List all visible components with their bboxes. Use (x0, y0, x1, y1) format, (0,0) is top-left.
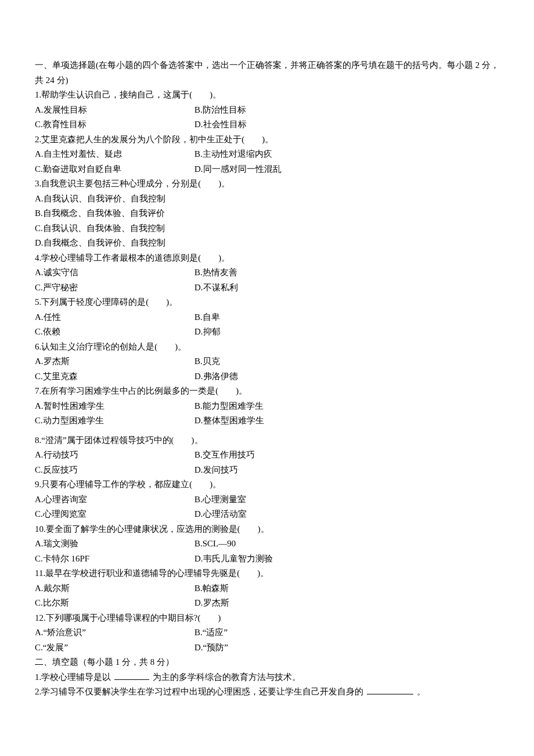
q3-option-b: B.自我概念、自我体验、自我评价 (35, 206, 499, 221)
q6-option-b: B.贝克 (194, 354, 499, 369)
q11-option-b: B.帕森斯 (194, 581, 499, 596)
q1-option-a: A.发展性目标 (35, 103, 194, 118)
q9-option-d: D.心理活动室 (194, 507, 499, 522)
q5-option-c: C.依赖 (35, 325, 194, 340)
q10-option-d: D.韦氏儿童智力测验 (194, 552, 499, 567)
fill-q1-pre: 1.学校心理辅导是以 (35, 672, 111, 682)
q10-option-b: B.SCL—90 (194, 537, 499, 552)
q5-option-a: A.任性 (35, 310, 194, 325)
q8-row-ab: A.行动技巧 B.交互作用技巧 (35, 448, 499, 463)
q4-row-ab: A.诚实守信 B.热情友善 (35, 265, 499, 280)
q9-option-a: A.心理咨询室 (35, 492, 194, 507)
q2-row-cd: C.勤奋进取对自贬自卑 D.同一感对同一性混乱 (35, 162, 499, 177)
fill-q2-post: 。 (417, 687, 425, 696)
q12-option-d: D.“预防” (194, 640, 499, 656)
q7-row-ab: A.暂时性困难学生 B.能力型困难学生 (35, 399, 499, 414)
q1-option-b: B.防治性目标 (194, 103, 499, 118)
q8-row-cd: C.反应技巧 D.发问技巧 (35, 463, 499, 478)
section1-header-line2: 共 24 分) (35, 73, 499, 88)
q10-option-c: C.卡特尔 16PF (35, 552, 194, 567)
q4-row-cd: C.严守秘密 D.不谋私利 (35, 280, 499, 296)
q1-stem: 1.帮助学生认识自己，接纳自己，这属于( )。 (35, 88, 499, 103)
q3-option-a: A.自我认识、自我评价、自我控制 (35, 192, 499, 207)
q1-row-cd: C.教育性目标 D.社会性目标 (35, 117, 499, 132)
q7-option-a: A.暂时性困难学生 (35, 399, 194, 414)
q4-stem: 4.学校心理辅导工作者最根本的道德原则是( )。 (35, 251, 499, 266)
q2-option-a: A.自主性对羞怯、疑虑 (35, 147, 194, 162)
section1-header-line1: 一、单项选择题(在每小题的四个备选答案中，选出一个正确答案，并将正确答案的序号填… (35, 58, 499, 73)
section2-header: 二、填空题（每小题 1 分，共 8 分） (35, 655, 499, 670)
q9-row-cd: C.心理阅览室 D.心理活动室 (35, 507, 499, 522)
q8-option-b: B.交互作用技巧 (194, 448, 499, 463)
q9-option-b: B.心理测量室 (194, 492, 499, 507)
q8-option-d: D.发问技巧 (194, 463, 499, 478)
q11-option-a: A.戴尔斯 (35, 581, 194, 596)
fill-q1-post: 为主的多学科综合的教育方法与技术。 (153, 672, 301, 682)
q1-option-d: D.社会性目标 (194, 117, 499, 132)
fill-q1-blank[interactable] (114, 679, 149, 680)
q11-option-c: C.比尔斯 (35, 596, 194, 611)
q8-option-c: C.反应技巧 (35, 463, 194, 478)
q11-row-cd: C.比尔斯 D.罗杰斯 (35, 596, 499, 611)
q11-option-d: D.罗杰斯 (194, 596, 499, 611)
fill-q1: 1.学校心理辅导是以 为主的多学科综合的教育方法与技术。 (35, 670, 499, 685)
q6-option-c: C.艾里克森 (35, 369, 194, 384)
q10-option-a: A.瑞文测验 (35, 537, 194, 552)
q9-row-ab: A.心理咨询室 B.心理测量室 (35, 492, 499, 507)
q11-row-ab: A.戴尔斯 B.帕森斯 (35, 581, 499, 596)
q12-option-b: B.“适应” (194, 625, 499, 640)
q8-option-a: A.行动技巧 (35, 448, 194, 463)
q1-row-ab: A.发展性目标 B.防治性目标 (35, 103, 499, 118)
q3-option-d: D.自我概念、自我评价、自我控制 (35, 236, 499, 251)
q2-row-ab: A.自主性对羞怯、疑虑 B.主动性对退缩内疚 (35, 147, 499, 162)
q12-option-c: C.“发展” (35, 640, 194, 656)
q4-option-c: C.严守秘密 (35, 280, 194, 296)
q6-row-cd: C.艾里克森 D.弗洛伊德 (35, 369, 499, 384)
q2-option-d: D.同一感对同一性混乱 (194, 162, 499, 177)
q6-row-ab: A.罗杰斯 B.贝克 (35, 354, 499, 369)
q9-option-c: C.心理阅览室 (35, 507, 194, 522)
q5-option-d: D.抑郁 (194, 325, 499, 340)
fill-q2-pre: 2.学习辅导不仅要解决学生在学习过程中出现的心理困惑，还要让学生自己开发自身的 (35, 687, 363, 696)
fill-q2: 2.学习辅导不仅要解决学生在学习过程中出现的心理困惑，还要让学生自己开发自身的 … (35, 685, 499, 700)
q4-option-a: A.诚实守信 (35, 265, 194, 280)
q7-row-cd: C.动力型困难学生 D.整体型困难学生 (35, 413, 499, 429)
q8-stem: 8.“澄清”属于团体过程领导技巧中的( )。 (35, 433, 499, 448)
q7-option-c: C.动力型困难学生 (35, 413, 194, 429)
q7-option-d: D.整体型困难学生 (194, 413, 499, 429)
q12-row-ab: A.“矫治意识” B.“适应” (35, 625, 499, 640)
q6-option-d: D.弗洛伊德 (194, 369, 499, 384)
q10-row-ab: A.瑞文测验 B.SCL—90 (35, 537, 499, 552)
q2-option-c: C.勤奋进取对自贬自卑 (35, 162, 194, 177)
q3-stem: 3.自我意识主要包括三种心理成分，分别是( )。 (35, 177, 499, 192)
q7-stem: 7.在所有学习困难学生中占的比例最多的一类是( )。 (35, 384, 499, 399)
q3-option-c: C.自我认识、自我体验、自我控制 (35, 221, 499, 236)
q5-option-b: B.自卑 (194, 310, 499, 325)
q4-option-b: B.热情友善 (194, 265, 499, 280)
q5-row-cd: C.依赖 D.抑郁 (35, 325, 499, 340)
fill-q2-blank[interactable] (367, 694, 413, 694)
q12-row-cd: C.“发展” D.“预防” (35, 640, 499, 656)
q4-option-d: D.不谋私利 (194, 280, 499, 296)
q7-option-b: B.能力型困难学生 (194, 399, 499, 414)
q5-row-ab: A.任性 B.自卑 (35, 310, 499, 325)
q9-stem: 9.只要有心理辅导工作的学校，都应建立( )。 (35, 477, 499, 492)
q12-stem: 12.下列哪项属于心理辅导课程的中期目标?( ) (35, 611, 499, 626)
q11-stem: 11.最早在学校进行职业和道德辅导的心理辅导先驱是( )。 (35, 566, 499, 581)
q12-option-a: A.“矫治意识” (35, 625, 194, 640)
q10-stem: 10.要全面了解学生的心理健康状况，应选用的测验是( )。 (35, 522, 499, 537)
q1-option-c: C.教育性目标 (35, 117, 194, 132)
q10-row-cd: C.卡特尔 16PF D.韦氏儿童智力测验 (35, 552, 499, 567)
q5-stem: 5.下列属于轻度心理障碍的是( )。 (35, 295, 499, 310)
q2-option-b: B.主动性对退缩内疚 (194, 147, 499, 162)
q6-stem: 6.认知主义治疗理论的创始人是( )。 (35, 340, 499, 355)
q6-option-a: A.罗杰斯 (35, 354, 194, 369)
q2-stem: 2.艾里克森把人生的发展分为八个阶段，初中生正处于( )。 (35, 132, 499, 147)
